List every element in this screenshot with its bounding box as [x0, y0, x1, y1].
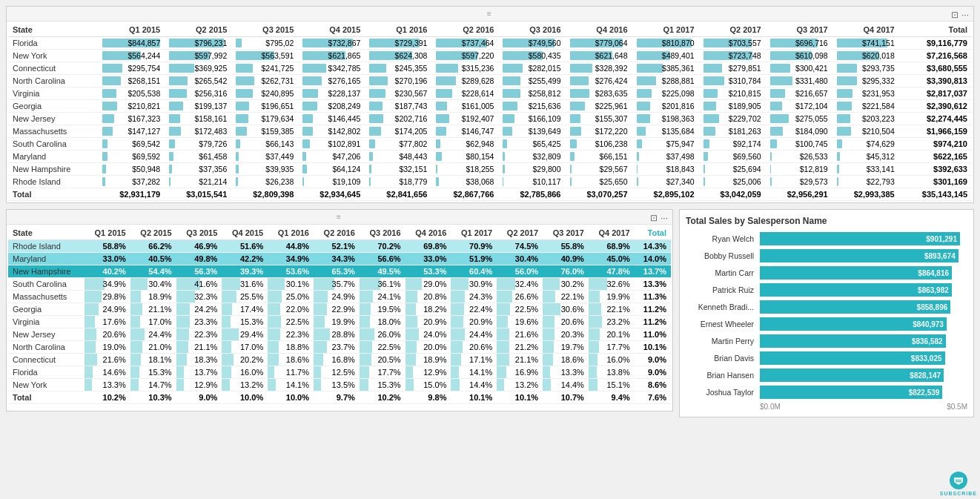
top-cell-11-7: $10,117: [498, 176, 565, 188]
bottom-cell-1-5: 34.9%: [268, 253, 314, 265]
bottom-cell-9-0: Connecticut: [8, 354, 85, 366]
top-cell-4-2: $256,316: [165, 87, 231, 100]
bottom-cell-8-9: 20.6%: [451, 341, 497, 354]
top-cell-7-13: $1,966,159: [899, 125, 972, 138]
top-cell-5-3: $196,651: [231, 100, 298, 113]
bottom-cell-10-12: 13.8%: [589, 366, 635, 379]
bottom-panel-drag-handle[interactable]: ≡: [7, 210, 672, 225]
bottom-cell-6-9: 20.9%: [451, 316, 497, 328]
table-row: Connecticut21.6%18.1%18.3%20.2%18.6%16.8…: [8, 354, 671, 366]
top-table-header: StateQ1 2015Q2 2015Q3 2015Q4 2015Q1 2016…: [8, 23, 972, 37]
bottom-cell-11-3: 12.9%: [176, 379, 222, 391]
bar-chart-bar: $901,291: [760, 232, 960, 245]
total-cell-8: $3,070,257: [566, 188, 632, 201]
bottom-cell-10-10: 16.9%: [497, 366, 543, 379]
bottom-cell-11-0: New York: [8, 379, 85, 391]
top-cell-6-0: New Jersey: [8, 113, 98, 125]
bottom-cell-6-0: Virginia: [8, 316, 85, 328]
bottom-cell-7-8: 24.0%: [405, 328, 451, 341]
top-cell-8-1: $69,542: [98, 138, 165, 151]
bottom-table-body: Rhode Island58.8%66.2%46.9%51.6%44.8%52.…: [8, 240, 671, 404]
expand-icon-2[interactable]: ⊡: [650, 213, 658, 223]
bottom-cell-8-8: 20.0%: [405, 341, 451, 354]
top-cell-0-6: $737,464: [431, 37, 498, 50]
top-cell-11-4: $19,109: [298, 176, 365, 188]
bottom-cell-3-13: 13.3%: [635, 278, 671, 291]
top-cell-5-2: $199,137: [165, 100, 231, 113]
bottom-cell-7-13: 11.0%: [635, 328, 671, 341]
table-row: Virginia$205,538$256,316$240,895$228,137…: [8, 87, 972, 100]
bottom-cell-11-6: 13.5%: [314, 379, 360, 391]
bottom-cell-0-12: 68.9%: [589, 240, 635, 253]
top-cell-10-1: $50,948: [98, 163, 165, 176]
bottom-cell-5-13: 11.2%: [635, 303, 671, 316]
bottom-cell-6-8: 20.9%: [405, 316, 451, 328]
top-cell-1-13: $7,216,568: [899, 50, 972, 62]
top-cell-5-13: $2,390,612: [899, 100, 972, 113]
top-cell-4-4: $228,137: [298, 87, 365, 100]
bar-chart-value: $863,982: [918, 286, 949, 294]
bottom-cell-5-10: 22.5%: [497, 303, 543, 316]
top-cell-9-11: $26,533: [766, 151, 832, 163]
bottom-cell-0-9: 70.9%: [451, 240, 497, 253]
bottom-cell-10-0: Florida: [8, 366, 85, 379]
bar-chart-value: $828,147: [910, 371, 941, 380]
bottom-cell-2-9: 60.4%: [451, 265, 497, 278]
table-row: New Hampshire40.2%54.4%56.3%39.3%53.6%65…: [8, 265, 671, 278]
top-cell-3-5: $270,196: [365, 75, 431, 87]
table-row: North Carolina$268,151$265,542$262,731$2…: [8, 75, 972, 87]
bottom-cell-5-1: 24.9%: [85, 303, 130, 316]
top-header-2: Q2 2015: [165, 23, 231, 37]
top-cell-5-10: $189,905: [699, 100, 766, 113]
top-cell-3-2: $265,542: [165, 75, 231, 87]
more-options-icon[interactable]: ···: [961, 10, 969, 20]
top-cell-7-4: $142,802: [298, 125, 365, 138]
bottom-total-cell-6: 9.7%: [314, 391, 360, 404]
top-cell-9-10: $69,560: [699, 151, 766, 163]
top-cell-10-7: $29,800: [498, 163, 565, 176]
top-cell-2-9: $385,361: [632, 62, 699, 75]
bottom-total-cell-7: 10.2%: [360, 391, 405, 404]
top-panel-drag-handle[interactable]: ≡: [7, 7, 973, 22]
bottom-cell-0-3: 46.9%: [176, 240, 222, 253]
bottom-cell-1-3: 49.8%: [176, 253, 222, 265]
bottom-cell-10-8: 12.9%: [405, 366, 451, 379]
bottom-cell-1-4: 42.2%: [222, 253, 268, 265]
table-row: Massachusetts$147,127$172,483$159,385$14…: [8, 125, 972, 138]
top-cell-9-4: $47,206: [298, 151, 365, 163]
bottom-header-12: Q4 2017: [589, 226, 635, 240]
top-cell-2-8: $328,392: [566, 62, 632, 75]
bar-chart-value: $858,896: [917, 303, 948, 311]
more-options-icon-2[interactable]: ···: [660, 213, 668, 223]
bottom-cell-9-5: 18.6%: [268, 354, 314, 366]
total-cell-13: $35,143,145: [899, 188, 972, 201]
top-cell-0-2: $796,231: [165, 37, 231, 50]
bottom-total-cell-8: 9.8%: [405, 391, 451, 404]
top-header-7: Q3 2016: [498, 23, 565, 37]
top-cell-9-5: $48,443: [365, 151, 431, 163]
bottom-cell-1-6: 34.3%: [314, 253, 360, 265]
axis-max-label: $0.5M: [947, 403, 967, 411]
bottom-cell-1-13: 14.0%: [635, 253, 671, 265]
top-cell-9-8: $66,151: [566, 151, 632, 163]
top-cell-5-9: $201,816: [632, 100, 699, 113]
bottom-cell-5-7: 19.5%: [360, 303, 405, 316]
bottom-cell-10-13: 9.0%: [635, 366, 671, 379]
bottom-cell-8-12: 17.7%: [589, 341, 635, 354]
bar-chart-bar: $840,973: [760, 317, 947, 331]
bottom-table: StateQ1 2015Q2 2015Q3 2015Q4 2015Q1 2016…: [8, 226, 671, 404]
top-cell-1-5: $624,308: [365, 50, 431, 62]
bottom-header-9: Q1 2017: [451, 226, 497, 240]
top-cell-4-6: $228,614: [431, 87, 498, 100]
bottom-total-cell-12: 9.4%: [589, 391, 635, 404]
top-cell-2-0: Connecticut: [8, 62, 98, 75]
bottom-cell-3-5: 30.1%: [268, 278, 314, 291]
table-row: South Carolina34.9%30.4%41.6%31.6%30.1%3…: [8, 278, 671, 291]
top-cell-4-3: $240,895: [231, 87, 298, 100]
total-cell-10: $3,042,059: [699, 188, 766, 201]
bottom-table-header-row: StateQ1 2015Q2 2015Q3 2015Q4 2015Q1 2016…: [8, 226, 671, 240]
bar-chart-bar: $864,816: [760, 266, 952, 280]
bottom-cell-11-13: 8.6%: [635, 379, 671, 391]
expand-icon[interactable]: ⊡: [951, 10, 959, 20]
bottom-cell-6-2: 17.0%: [130, 316, 176, 328]
